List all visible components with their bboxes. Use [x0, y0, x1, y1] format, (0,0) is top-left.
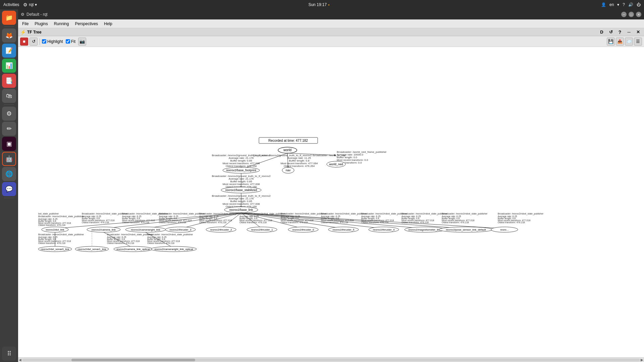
writer-icon[interactable]: 📝: [2, 44, 16, 58]
svg-text:world_ned: world_ned: [329, 163, 343, 166]
teams-icon[interactable]: 💬: [2, 182, 16, 196]
terminal-icon[interactable]: ▣: [2, 137, 16, 151]
svg-text:Broadcaster: /rexrov2/robot_st: Broadcaster: /rexrov2/robot_state_publis…: [442, 213, 488, 215]
save-icon[interactable]: 💾: [607, 38, 615, 46]
svg-text:rexrov2/base_link: rexrov2/base_link: [229, 208, 253, 212]
notes-icon[interactable]: ✏: [2, 122, 16, 136]
close-button[interactable]: ✕: [636, 12, 641, 17]
impress-icon[interactable]: 📑: [2, 74, 16, 88]
scroll-left-arrow[interactable]: ◀: [19, 358, 21, 362]
plugin-help-btn[interactable]: D: [598, 28, 606, 36]
svg-text:Broadcaster: /rexrov2/robot_st: Broadcaster: /rexrov2/robot_state_publis…: [38, 215, 84, 218]
rqt-icon[interactable]: 🤖: [2, 152, 16, 166]
svg-text:Broadcaster: /rexrov2/robot_st: Broadcaster: /rexrov2/robot_state_publis…: [38, 233, 84, 236]
system-bar: Activities ⚙ rqt ▾ Sun 19:17 ● 👤 en ▾ ? …: [0, 0, 644, 9]
canvas-area[interactable]: Recorded at time: 477.182 world Broadcas…: [18, 47, 644, 357]
svg-text:rexrov2/thruster_5: rexrov2/thruster_5: [333, 228, 355, 231]
scroll-right-arrow[interactable]: ▶: [641, 358, 643, 362]
menu-help[interactable]: Help: [101, 21, 115, 27]
svg-text:Recorded at time: 477.182: Recorded at time: 477.182: [268, 139, 308, 142]
svg-text:Broadcaster: /rexrov2/robot_st: Broadcaster: /rexrov2/robot_state_publis…: [239, 213, 285, 215]
svg-text:Broadcaster: /rexrov2/robot_st: Broadcaster: /rexrov2/robot_state_publis…: [147, 233, 193, 236]
maximize-button[interactable]: □: [629, 12, 634, 17]
svg-text:Oldest transform: 476.218: Oldest transform: 476.218: [199, 221, 226, 224]
svg-text:rexrov2/dvl_link: rexrov2/dvl_link: [46, 228, 65, 231]
stop-button[interactable]: ■: [20, 38, 28, 46]
fit-checkbox-wrap[interactable]: Fit: [66, 39, 75, 44]
tf-canvas[interactable]: Recorded at time: 477.182 world Broadcas…: [18, 47, 644, 357]
help-icon[interactable]: ?: [623, 2, 625, 7]
system-bar-right: 👤 en ▾ ? 🔊 ⏻: [601, 2, 641, 7]
horizontal-scrollbar[interactable]: ◀ ▶: [18, 357, 644, 362]
svg-text:Oldest transform: 476.218: Oldest transform: 476.218: [107, 242, 134, 244]
power-icon[interactable]: ⏻: [637, 2, 641, 7]
svg-text:Broadcaster: /rexrov2/robot_st: Broadcaster: /rexrov2/robot_state_publis…: [281, 213, 327, 215]
svg-text:rexrov2/cameraright_link_optic: rexrov2/cameraright_link_optical: [154, 248, 193, 251]
system-bar-left: Activities ⚙ rqt ▾: [3, 2, 37, 7]
highlight-label: Highlight: [47, 39, 63, 44]
scroll-thumb[interactable]: [71, 359, 195, 361]
ubuntu-software-icon[interactable]: 🛍: [2, 89, 16, 103]
lang-indicator[interactable]: en: [609, 2, 614, 7]
settings-icon[interactable]: ⚙: [2, 107, 16, 121]
svg-text:Broadcaster: /rexrov2/robot_st: Broadcaster: /rexrov2/robot_state_publis…: [159, 213, 205, 215]
svg-text:rexrov2/pose_sensor_link_defau: rexrov2/pose_sensor_link_default: [446, 228, 486, 231]
activities-button[interactable]: Activities: [3, 2, 19, 7]
highlight-checkbox-wrap[interactable]: Highlight: [42, 39, 63, 44]
svg-text:rexrov2/base_footprint: rexrov2/base_footprint: [226, 169, 256, 172]
menu-perspectives[interactable]: Perspectives: [72, 21, 101, 27]
svg-text:rexrov2/dvl_sonar0_link: rexrov2/dvl_sonar0_link: [41, 248, 69, 251]
svg-text:bot_state_publisher: bot_state_publisher: [38, 213, 59, 215]
screenshot-button[interactable]: 📷: [78, 38, 86, 46]
calc-icon[interactable]: 📊: [2, 59, 16, 73]
plugin-close-btn[interactable]: ✕: [634, 28, 642, 36]
svg-text:Oldest transform: 476.218: Oldest transform: 476.218: [321, 221, 348, 224]
plugin-titlebar: ⚡ TF Tree D ↺ ? ─ ✕: [18, 28, 644, 36]
svg-text:rexrov2/base_stabilized: rexrov2/base_stabilized: [225, 188, 257, 192]
fit-checkbox[interactable]: [66, 39, 70, 44]
view-icon[interactable]: ☰: [634, 38, 642, 46]
svg-text:Broadcaster: /rexrov2/robot_st: Broadcaster: /rexrov2/robot_state_publis…: [321, 213, 367, 215]
plugin-title: TF Tree: [27, 30, 42, 35]
files-icon[interactable]: 📁: [2, 11, 16, 25]
plugin-right-controls: D ↺ ? ─ ✕: [598, 28, 642, 36]
window-controls: ─ □ ✕: [621, 12, 641, 17]
dotmatrix-icon[interactable]: ⠿: [2, 347, 16, 361]
chrome-icon[interactable]: 🌐: [2, 167, 16, 181]
svg-text:rexrov2/cameraright_link: rexrov2/cameraright_link: [131, 228, 161, 231]
firefox-icon[interactable]: 🦊: [2, 28, 16, 43]
svg-text:Oldest transform: 476.218: Oldest transform: 476.218: [442, 221, 469, 224]
plugin-reload-btn[interactable]: ↺: [607, 28, 615, 36]
svg-text:rexrov2/camera_link_optical: rexrov2/camera_link_optical: [116, 248, 150, 251]
highlight-checkbox[interactable]: [42, 39, 46, 44]
plugin-minimize-btn[interactable]: ─: [625, 28, 633, 36]
plugin-icon: ⚡: [20, 29, 26, 35]
plugin-info-btn[interactable]: ?: [616, 28, 624, 36]
user-icon: 👤: [601, 2, 606, 7]
window-title-left: ⚙ Default - rqt: [21, 12, 48, 17]
svg-text:Oldest transform: 476.218: Oldest transform: 476.218: [498, 221, 525, 224]
svg-text:Broadcaster: /rexrov2/robot_st: Broadcaster: /rexrov2/robot_state_publis…: [498, 213, 544, 215]
svg-text:Broadcaster: /rexrov2/robot_st: Broadcaster: /rexrov2/robot_state_publis…: [82, 213, 128, 215]
scroll-track[interactable]: [22, 359, 640, 361]
menu-plugins[interactable]: Plugins: [32, 21, 50, 27]
linux-sidebar: 📁 🦊 📝 📊 📑 🛍 ⚙ ✏ ▣ 🤖 🌐 💬 ⠿: [0, 9, 18, 362]
volume-icon[interactable]: 🔊: [628, 2, 633, 7]
tf-tree-svg: Recorded at time: 477.182 world Broadcas…: [18, 47, 644, 275]
export-icon[interactable]: 📤: [616, 38, 624, 46]
svg-text:rexrov2/thruster_2: rexrov2/thruster_2: [210, 228, 232, 231]
refresh-button[interactable]: ↺: [30, 38, 38, 46]
system-bar-center: Sun 19:17 ●: [308, 2, 330, 7]
svg-text:Oldest transform: 476.218: Oldest transform: 476.218: [159, 221, 186, 224]
svg-text:Oldest transform: 476.218: Oldest transform: 476.218: [38, 224, 65, 226]
app-icon: ⚙: [21, 12, 24, 17]
svg-text:rexrov2/magnetometer_link: rexrov2/magnetometer_link: [409, 228, 441, 231]
svg-text:rexrov2/dvl_sonar1_link: rexrov2/dvl_sonar1_link: [78, 248, 106, 251]
menu-running[interactable]: Running: [51, 21, 72, 27]
minimize-button[interactable]: ─: [621, 12, 627, 17]
menu-file[interactable]: File: [19, 21, 31, 27]
svg-text:Broadcaster: /rexrov2/robot_st: Broadcaster: /rexrov2/robot_state_publis…: [107, 233, 153, 236]
svg-text:Oldest transform: 476.218: Oldest transform: 476.218: [122, 221, 149, 224]
export2-icon[interactable]: 📨: [625, 38, 633, 46]
toolbar: ■ ↺ Highlight Fit 📷 💾 📤 📨 ☰: [18, 36, 644, 47]
